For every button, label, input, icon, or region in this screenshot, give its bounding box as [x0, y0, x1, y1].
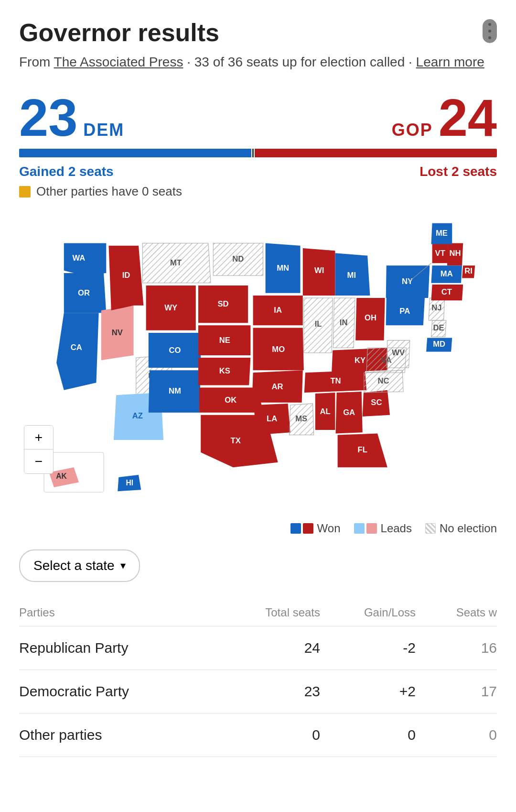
- cell-total-0: 24: [234, 626, 320, 670]
- svg-text:WV: WV: [392, 348, 405, 357]
- gop-score: GOP 24: [392, 91, 497, 144]
- legend-no-election: No election: [425, 522, 497, 535]
- svg-text:IL: IL: [315, 320, 322, 329]
- gop-won-swatch: [303, 523, 313, 534]
- svg-text:NC: NC: [377, 376, 389, 385]
- svg-text:LA: LA: [267, 415, 277, 424]
- svg-text:NY: NY: [402, 277, 413, 286]
- table-header-row: Parties Total seats Gain/Loss Seats w: [19, 599, 497, 626]
- cell-total-1: 23: [234, 670, 320, 713]
- svg-text:FL: FL: [358, 445, 367, 454]
- page-title: Governor results: [19, 19, 497, 46]
- svg-text:PA: PA: [399, 307, 410, 316]
- svg-text:SD: SD: [218, 299, 229, 308]
- other-parties-row: Other parties have 0 seats: [19, 184, 497, 199]
- gop-label: GOP: [392, 120, 433, 140]
- other-swatch: [19, 186, 31, 198]
- cell-party-0: Republican Party: [19, 626, 234, 670]
- zoom-out-button[interactable]: −: [24, 450, 53, 473]
- svg-text:WA: WA: [73, 253, 86, 263]
- svg-text:OH: OH: [365, 313, 376, 322]
- header-subtitle: From The Associated Press · 33 of 36 sea…: [19, 52, 497, 72]
- dem-gained: Gained 2 seats: [19, 164, 114, 179]
- dem-number: 23: [19, 91, 77, 144]
- gop-progress: [255, 149, 497, 157]
- gop-lost: Lost 2 seats: [419, 164, 497, 179]
- dem-score: 23 DEM: [19, 91, 124, 144]
- dem-progress: [19, 149, 251, 157]
- dem-leads-swatch: [354, 523, 365, 534]
- table-row: Other parties 0 0 0: [19, 713, 497, 757]
- table-row: Democratic Party 23 +2 17: [19, 670, 497, 713]
- cell-gain-0: -2: [320, 626, 416, 670]
- col-header-seats: Seats w: [416, 599, 497, 626]
- svg-text:TX: TX: [230, 436, 240, 445]
- cell-gain-2: 0: [320, 713, 416, 757]
- other-parties-text: Other parties have 0 seats: [36, 184, 182, 199]
- svg-text:KS: KS: [219, 367, 230, 376]
- map-legend: Won Leads No election: [19, 522, 497, 535]
- won-swatches: [290, 523, 313, 534]
- dot1: [488, 23, 491, 26]
- cell-gain-1: +2: [320, 670, 416, 713]
- svg-text:MS: MS: [295, 415, 307, 424]
- dropdown-arrow-icon: ▾: [120, 560, 126, 572]
- svg-text:TN: TN: [330, 376, 341, 385]
- progress-bar: [19, 149, 497, 157]
- dem-label: DEM: [83, 120, 124, 140]
- dem-won-swatch: [290, 523, 301, 534]
- svg-text:NE: NE: [219, 336, 230, 345]
- learn-more-link[interactable]: Learn more: [416, 55, 484, 69]
- svg-text:RI: RI: [464, 266, 473, 275]
- subtitle-pre: From: [19, 55, 54, 69]
- svg-text:AK: AK: [56, 472, 67, 480]
- svg-text:MO: MO: [272, 345, 285, 354]
- col-header-gain: Gain/Loss: [320, 599, 416, 626]
- gop-leads-swatch: [366, 523, 377, 534]
- svg-text:KY: KY: [355, 356, 366, 365]
- svg-text:SC: SC: [371, 398, 382, 407]
- map-svg: WA OR CA NV ID MT WY UT AZ: [19, 213, 497, 512]
- gains-row: Gained 2 seats Lost 2 seats: [19, 164, 497, 179]
- svg-text:CT: CT: [441, 287, 452, 296]
- cell-seats-1: 17: [416, 670, 497, 713]
- legend-won-label: Won: [317, 522, 341, 535]
- cell-seats-0: 16: [416, 626, 497, 670]
- zoom-in-button[interactable]: +: [24, 426, 53, 450]
- svg-text:ND: ND: [232, 254, 244, 263]
- svg-text:WI: WI: [314, 266, 324, 275]
- svg-text:MD: MD: [433, 340, 445, 349]
- svg-text:VT: VT: [435, 249, 445, 258]
- svg-text:AR: AR: [272, 382, 283, 391]
- svg-text:MT: MT: [170, 259, 182, 268]
- legend-won: Won: [290, 522, 341, 535]
- select-state-label: Select a state: [33, 558, 115, 573]
- zoom-controls: + −: [24, 425, 54, 474]
- svg-text:HI: HI: [126, 479, 133, 487]
- svg-text:NJ: NJ: [431, 303, 441, 312]
- svg-text:ME: ME: [436, 229, 448, 238]
- svg-text:IN: IN: [340, 318, 348, 328]
- results-table: Parties Total seats Gain/Loss Seats w Re…: [19, 599, 497, 757]
- svg-text:OK: OK: [225, 395, 236, 405]
- subtitle-post: · 33 of 36 seats up for election called …: [183, 55, 416, 69]
- svg-text:CO: CO: [169, 346, 181, 355]
- map-container: WA OR CA NV ID MT WY UT AZ: [19, 213, 497, 512]
- progress-divider: [252, 149, 254, 157]
- leads-swatches: [354, 523, 377, 534]
- more-options-button[interactable]: [483, 19, 497, 43]
- select-state-button[interactable]: Select a state ▾: [19, 549, 140, 582]
- svg-text:GA: GA: [343, 408, 355, 417]
- svg-text:ID: ID: [122, 271, 130, 280]
- svg-text:IA: IA: [274, 306, 282, 315]
- cell-seats-2: 0: [416, 713, 497, 757]
- cell-total-2: 0: [234, 713, 320, 757]
- no-election-swatch: [425, 523, 436, 534]
- svg-text:AZ: AZ: [132, 411, 143, 420]
- dot3: [488, 36, 491, 39]
- svg-text:OR: OR: [78, 288, 90, 297]
- ap-link[interactable]: The Associated Press: [54, 55, 183, 69]
- legend-leads: Leads: [354, 522, 412, 535]
- legend-leads-label: Leads: [381, 522, 412, 535]
- cell-party-2: Other parties: [19, 713, 234, 757]
